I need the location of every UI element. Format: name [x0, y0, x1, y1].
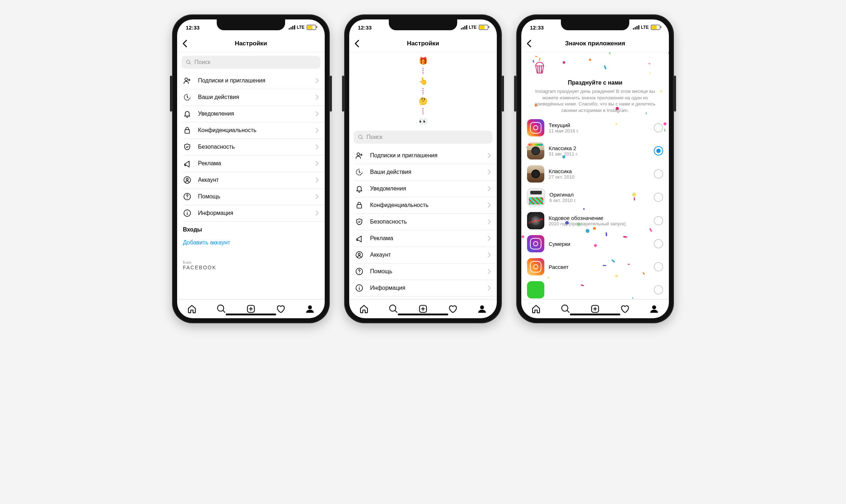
settings-row-label: Подписки и приглашения: [370, 152, 487, 159]
back-button[interactable]: [526, 40, 531, 48]
settings-row-follow[interactable]: Подписки и приглашения: [177, 72, 325, 89]
bell-icon: [183, 110, 192, 118]
radio-button[interactable]: [654, 285, 663, 294]
tab-home[interactable]: [187, 304, 197, 314]
settings-row-account[interactable]: Аккаунт: [177, 172, 325, 188]
settings-row-lock[interactable]: Конфиденциальность: [349, 197, 497, 213]
easter-egg-strip[interactable]: 🎁 👆 🤔 👀: [349, 52, 497, 127]
emoji-think-icon: 🤔: [419, 97, 428, 105]
tab-search[interactable]: [561, 304, 570, 314]
bell-icon: [355, 185, 364, 193]
app-icon-option[interactable]: Классика 231 авг. 2011 г.: [521, 139, 669, 162]
chevron-right-icon: [315, 94, 319, 100]
tab-activity[interactable]: [448, 304, 457, 314]
radio-button[interactable]: [654, 239, 663, 248]
radio-button[interactable]: [654, 123, 663, 132]
settings-row-help[interactable]: Помощь: [177, 188, 325, 205]
hero-title: Празднуйте с нами: [530, 80, 660, 86]
settings-row-info[interactable]: Информация: [349, 280, 497, 296]
network-label: LTE: [641, 25, 649, 30]
tab-activity[interactable]: [276, 304, 285, 314]
network-label: LTE: [297, 25, 305, 30]
settings-row-ads[interactable]: Реклама: [177, 155, 325, 172]
chevron-right-icon: [315, 177, 319, 183]
notch: [389, 19, 457, 30]
home-indicator[interactable]: [570, 314, 620, 315]
settings-row-label: Реклама: [198, 160, 315, 167]
radio-button[interactable]: [654, 193, 663, 202]
radio-button[interactable]: [654, 169, 663, 179]
settings-row-account[interactable]: Аккаунт: [349, 247, 497, 263]
nav-header: Настройки: [349, 35, 497, 52]
settings-row-shield[interactable]: Безопасность: [349, 213, 497, 230]
follow-icon: [355, 152, 364, 159]
tab-new-post[interactable]: [418, 304, 428, 314]
chevron-right-icon: [315, 78, 319, 84]
option-name: Кодовое обозначение: [549, 215, 649, 221]
app-icon-option[interactable]: [521, 278, 669, 299]
settings-row-ads[interactable]: Реклама: [349, 230, 497, 247]
settings-row-bell[interactable]: Уведомления: [349, 180, 497, 197]
option-name: Оригинал: [549, 192, 649, 198]
phone-frame: 12:33 LTE Настройки Поиск Подписки и п: [172, 14, 330, 323]
tab-bar: [349, 299, 497, 318]
settings-row-help[interactable]: Помощь: [349, 263, 497, 280]
home-indicator[interactable]: [398, 314, 448, 315]
home-indicator[interactable]: [226, 314, 276, 315]
tab-profile[interactable]: [477, 304, 487, 314]
app-icon-option[interactable]: Рассвет: [521, 255, 669, 278]
settings-row-label: Уведомления: [198, 111, 315, 117]
nav-header: Настройки: [177, 35, 325, 52]
settings-row-activity[interactable]: Ваши действия: [349, 164, 497, 180]
search-input[interactable]: Поиск: [181, 56, 320, 69]
settings-row-follow[interactable]: Подписки и приглашения: [349, 147, 497, 164]
svg-point-4: [186, 178, 188, 180]
radio-button[interactable]: [654, 216, 663, 225]
settings-row-bell[interactable]: Уведомления: [177, 105, 325, 122]
app-icon-option[interactable]: Оригинал6 окт. 2010 г.: [521, 185, 669, 209]
ads-icon: [183, 159, 192, 167]
tab-new-post[interactable]: [590, 304, 600, 314]
emoji-gift-icon: 🎁: [419, 57, 428, 65]
settings-row-label: Реклама: [370, 235, 487, 242]
tab-search[interactable]: [217, 304, 226, 314]
back-button[interactable]: [354, 40, 359, 48]
ads-icon: [355, 234, 364, 242]
settings-row-activity[interactable]: Ваши действия: [177, 89, 325, 105]
status-time: 12:33: [530, 24, 544, 31]
svg-point-6: [187, 198, 188, 199]
search-input[interactable]: Поиск: [354, 131, 492, 144]
radio-button[interactable]: [654, 262, 663, 271]
add-account-link[interactable]: Добавить аккаунт: [177, 236, 325, 249]
svg-point-8: [187, 211, 188, 212]
chevron-right-icon: [487, 186, 491, 192]
option-sub: 6 окт. 2010 г.: [549, 198, 649, 203]
app-icon-option[interactable]: CODENAMEКодовое обозначение2010 год (пре…: [521, 209, 669, 232]
tab-profile[interactable]: [649, 304, 659, 314]
settings-row-label: Аккаунт: [370, 252, 487, 258]
tab-new-post[interactable]: [246, 304, 256, 314]
app-icon-option[interactable]: Классика27 окт. 2010: [521, 162, 669, 185]
lock-icon: [355, 201, 364, 209]
tab-profile[interactable]: [305, 304, 315, 314]
tab-search[interactable]: [389, 304, 398, 314]
settings-row-info[interactable]: Информация: [177, 205, 325, 221]
tab-home[interactable]: [531, 304, 541, 314]
app-icon-option[interactable]: Текущий11 мая 2016 г.: [521, 116, 669, 139]
signal-icon: [633, 25, 639, 30]
battery-icon: [651, 25, 660, 30]
phone-frame: 12:33 LTE Настройки 🎁 👆: [344, 14, 502, 323]
help-icon: [183, 193, 192, 201]
option-name: Классика 2: [549, 145, 649, 151]
radio-button[interactable]: [654, 146, 663, 156]
settings-row-label: Ваши действия: [370, 169, 487, 175]
back-button[interactable]: [182, 40, 187, 48]
settings-row-shield[interactable]: Безопасность: [177, 139, 325, 155]
tab-home[interactable]: [359, 304, 369, 314]
settings-row-lock[interactable]: Конфиденциальность: [177, 122, 325, 139]
chevron-right-icon: [487, 169, 491, 175]
battery-icon: [479, 25, 488, 30]
tab-activity[interactable]: [620, 304, 629, 314]
app-icon-option[interactable]: Сумерки: [521, 232, 669, 255]
settings-row-label: Ваши действия: [198, 94, 315, 100]
